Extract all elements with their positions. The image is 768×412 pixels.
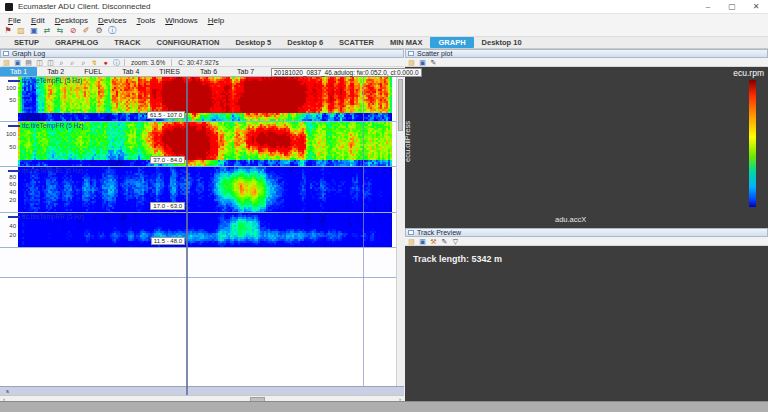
tools-icon[interactable]: ✐ — [81, 27, 91, 35]
info-icon[interactable]: ⓘ — [112, 59, 121, 66]
graphlog-tab-tab-1[interactable]: Tab 1 — [0, 67, 37, 76]
channel-label: ttc.tireTempFR (5 Hz) — [22, 122, 84, 129]
desktop-tab-graphlog[interactable]: GRAPHLOG — [47, 37, 106, 48]
flag-icon[interactable]: ⚑ — [3, 27, 13, 35]
graph-marker-line[interactable] — [363, 77, 364, 386]
lightning-icon[interactable]: ↯ — [90, 59, 99, 66]
graphlog-toolbar: ▨▣▤◫◫⌕⌕⌕↯●ⓘzoom: 3.6%C: 30:47.927s — [0, 58, 404, 67]
scatter-x-axis-label: adu.accX — [555, 215, 586, 224]
heatmap-row-1[interactable]: ttc.tireTempFR (5 Hz)1005037.0 - 84.0 — [0, 122, 396, 167]
desktop-tab-desktop-10[interactable]: Desktop 10 — [474, 37, 530, 48]
open-icon[interactable]: ▨ — [16, 27, 26, 35]
info-icon[interactable]: ⓘ — [107, 27, 117, 35]
menu-windows[interactable]: Windows — [160, 16, 202, 25]
desktop-tab-graph[interactable]: GRAPH — [430, 37, 473, 48]
cursor-range-value: 37.0 - 84.0 — [150, 156, 185, 164]
graphlog-tab-tab-6[interactable]: Tab 6 — [190, 67, 227, 76]
desktop-tab-desktop-6[interactable]: Desktop 6 — [279, 37, 331, 48]
desktop-tab-setup[interactable]: SETUP — [6, 37, 47, 48]
scatter-panel-title: Scatter plot — [417, 50, 452, 57]
layout-single-icon[interactable]: ◫ — [35, 59, 44, 66]
channel-label: ttc.tireTempFL (5 Hz) — [22, 77, 82, 84]
save-icon[interactable]: ▣ — [418, 59, 427, 66]
desktop-tab-track[interactable]: TRACK — [106, 37, 148, 48]
zoom-fit-icon[interactable]: ⌕ — [79, 59, 88, 66]
colorbar-label: ecu.rpm — [733, 68, 764, 78]
save-icon[interactable]: ▣ — [418, 238, 427, 245]
graphlog-tab-tires[interactable]: TIRES — [149, 67, 190, 76]
graphlog-tab-fuel[interactable]: FUEL — [74, 67, 112, 76]
channel-swatch — [8, 170, 20, 172]
menu-devices[interactable]: Devices — [93, 16, 131, 25]
graphlog-tab-tab-2[interactable]: Tab 2 — [37, 67, 74, 76]
statusbar — [0, 401, 768, 412]
heatmap-row-3[interactable]: ttc.tireTempRR (5 Hz)402011.5 - 48.0 — [0, 213, 396, 248]
desktop-tab-min-max[interactable]: MIN MAX — [382, 37, 431, 48]
channel-swatch — [8, 216, 20, 218]
heatmap-row-0[interactable]: ttc.tireTempFL (5 Hz)1005061.5 - 107.0 — [0, 77, 396, 122]
desktop-tab-scatter[interactable]: SCATTER — [331, 37, 382, 48]
open-icon[interactable]: ▨ — [407, 238, 416, 245]
record-icon[interactable]: ⊘ — [68, 27, 78, 35]
graphlog-tab-tab-7[interactable]: Tab 7 — [227, 67, 264, 76]
connect-icon[interactable]: ⇄ — [42, 27, 52, 35]
track-map[interactable] — [405, 246, 768, 401]
record-icon[interactable]: ● — [101, 59, 110, 66]
save-icon[interactable]: ▣ — [29, 27, 39, 35]
app-window: Ecumaster ADU Client. Disconnected –▢✕ F… — [0, 0, 768, 412]
menu-help[interactable]: Help — [203, 16, 229, 25]
time-axis: s — [0, 386, 404, 395]
titlebar: Ecumaster ADU Client. Disconnected –▢✕ — [0, 0, 768, 14]
y-tick: 40 — [0, 189, 16, 195]
wrench-icon[interactable]: ⚒ — [429, 238, 438, 245]
pen-icon[interactable]: ✎ — [440, 238, 449, 245]
line-row-0[interactable] — [0, 248, 396, 278]
line-chart-0[interactable] — [18, 248, 392, 278]
zoom-in-icon[interactable]: ⌕ — [57, 59, 66, 66]
scatter-canvas[interactable] — [405, 67, 768, 228]
zoom-level-label: zoom: 3.6% — [128, 59, 168, 66]
save-icon[interactable]: ▣ — [13, 59, 22, 66]
scatter-plot-area[interactable]: adu.accX ecu.oilPress ecu.rpm — [405, 67, 768, 228]
export-image-icon[interactable]: ▤ — [24, 59, 33, 66]
filter-icon[interactable]: ▽ — [451, 238, 460, 245]
heatmap-row-2[interactable]: ttc.tireTempRL (5 Hz)8060402017.0 - 63.0 — [0, 167, 396, 213]
minimize-button[interactable]: – — [696, 0, 720, 13]
y-tick: 50 — [0, 97, 16, 103]
zoom-out-icon[interactable]: ⌕ — [68, 59, 77, 66]
desktop-tab-configuration[interactable]: CONFIGURATION — [149, 37, 228, 48]
menu-edit[interactable]: Edit — [26, 16, 50, 25]
graph-cursor-line[interactable] — [186, 77, 188, 395]
layout-split-icon[interactable]: ◫ — [46, 59, 55, 66]
menu-tools[interactable]: Tools — [132, 16, 161, 25]
maximize-button[interactable]: ▢ — [720, 0, 744, 13]
settings-icon[interactable]: ⚙ — [94, 27, 104, 35]
desktop-tab-bar: SETUPGRAPHLOGTRACKCONFIGURATIONDesktop 5… — [0, 37, 768, 49]
graphlog-panel-header: Graph Log — [0, 49, 404, 58]
sync-icon[interactable]: ⇆ — [55, 27, 65, 35]
rpm-colorbar — [749, 80, 756, 207]
panel-icon — [408, 51, 414, 56]
menu-desktops[interactable]: Desktops — [50, 16, 93, 25]
pen-icon[interactable]: ✎ — [429, 59, 438, 66]
y-tick: 50 — [0, 144, 16, 150]
scatter-toolbar: ▨▣✎ — [405, 58, 768, 67]
open-icon[interactable]: ▨ — [407, 59, 416, 66]
close-button[interactable]: ✕ — [744, 0, 768, 13]
channel-swatch — [8, 125, 20, 127]
log-file-tooltip: 20181020_0837_46.adulog: fw:0.052.0, cl:… — [271, 68, 422, 77]
menu-file[interactable]: File — [3, 16, 26, 25]
app-icon — [5, 3, 13, 11]
y-tick: 80 — [0, 174, 16, 180]
window-title: Ecumaster ADU Client. Disconnected — [18, 2, 151, 11]
y-tick: 20 — [0, 197, 16, 203]
desktop-tab-desktop-5[interactable]: Desktop 5 — [227, 37, 279, 48]
graphlog-charts-area[interactable]: ttc.tireTempFL (5 Hz)1005061.5 - 107.0tt… — [0, 77, 396, 386]
time-axis-unit: s — [6, 388, 9, 394]
cursor-range-value: 17.0 - 63.0 — [150, 202, 185, 210]
main-toolbar: ⚑▨▣⇄⇆⊘✐⚙ⓘ — [0, 26, 768, 37]
graphlog-tab-tab-4[interactable]: Tab 4 — [112, 67, 149, 76]
panel-icon — [408, 230, 414, 235]
panel-icon — [3, 51, 9, 56]
open-icon[interactable]: ▨ — [2, 59, 11, 66]
